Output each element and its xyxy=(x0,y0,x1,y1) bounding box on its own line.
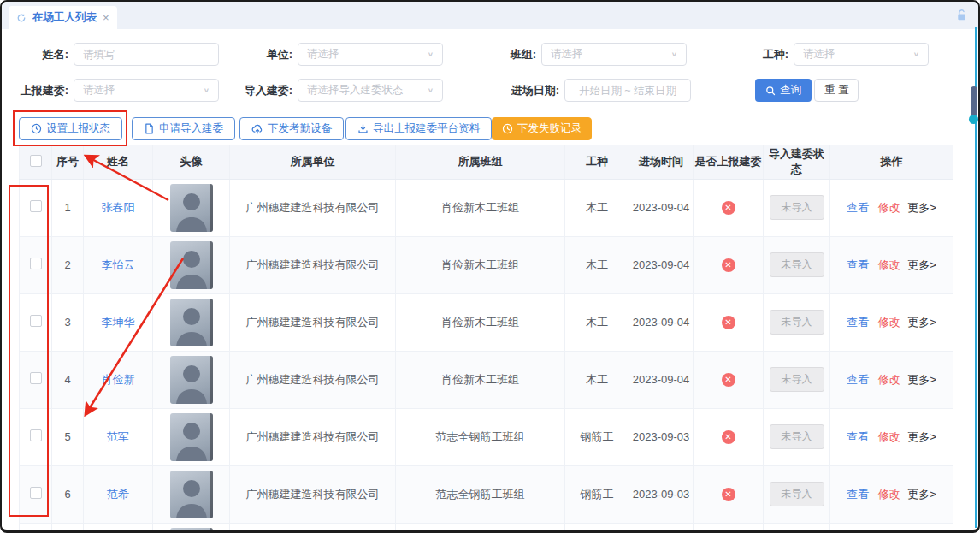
view-link[interactable]: 查看 xyxy=(847,316,869,329)
not-reported-icon: ✕ xyxy=(722,488,735,501)
row-checkbox[interactable] xyxy=(30,429,42,441)
row-index: 2 xyxy=(52,236,84,293)
worker-photo[interactable] xyxy=(170,241,213,289)
more-link[interactable]: 更多> xyxy=(907,201,936,214)
worker-photo[interactable] xyxy=(170,184,213,232)
table-header-row: 序号 姓名 头像 所属单位 所属班组 工种 进场时间 是否上报建委 导入建委状态… xyxy=(20,145,953,179)
row-entry-date xyxy=(629,523,694,533)
edit-link[interactable]: 修改 xyxy=(878,430,900,443)
header-avatar: 头像 xyxy=(153,145,230,179)
team-select[interactable]: 请选择 ∨ xyxy=(541,43,687,66)
worker-photo[interactable] xyxy=(170,471,213,518)
edit-link[interactable]: 修改 xyxy=(878,488,900,500)
more-link[interactable]: 更多> xyxy=(907,430,936,443)
row-entry-date: 2023-09-03 xyxy=(629,408,694,465)
tab-onsite-worker-list[interactable]: 在场工人列表 × xyxy=(9,6,117,29)
view-link[interactable]: 查看 xyxy=(847,430,869,443)
not-imported-button[interactable]: 未导入 xyxy=(770,424,824,449)
unlock-icon[interactable] xyxy=(955,9,968,21)
more-link[interactable]: 更多> xyxy=(907,373,936,386)
more-link[interactable]: 更多> xyxy=(907,316,936,329)
worker-photo[interactable] xyxy=(170,299,213,346)
worktype-select[interactable]: 请选择 ∨ xyxy=(794,43,929,66)
more-link[interactable]: 更多> xyxy=(907,258,936,271)
refresh-icon[interactable] xyxy=(16,13,27,23)
edit-link[interactable]: 修改 xyxy=(878,258,900,271)
header-index: 序号 xyxy=(52,145,84,179)
worker-name-link[interactable]: 范军 xyxy=(107,430,129,443)
row-import-status-cell: 未导入 xyxy=(764,408,830,465)
row-team: 肖俭新木工班组 xyxy=(396,236,565,293)
edit-link[interactable]: 修改 xyxy=(878,201,900,214)
chevron-down-icon: ∨ xyxy=(913,50,919,58)
name-input-field[interactable] xyxy=(83,49,210,61)
row-checkbox[interactable] xyxy=(30,372,42,384)
row-reported-cell: ✕ xyxy=(694,523,764,533)
header-team: 所属班组 xyxy=(396,145,565,179)
row-select-cell xyxy=(20,179,52,236)
person-silhouette-icon xyxy=(170,413,213,461)
toolbar-button-label: 下发失败记录 xyxy=(517,121,582,136)
edit-link[interactable]: 修改 xyxy=(878,316,900,329)
row-actions-cell: 查看 修改 更多> xyxy=(830,351,953,408)
worker-photo[interactable] xyxy=(170,528,213,533)
row-actions-cell: 查看 修改 更多> xyxy=(830,465,953,523)
worker-name-link[interactable]: 肖俭新 xyxy=(102,373,135,386)
view-link[interactable]: 查看 xyxy=(847,488,869,500)
row-team: 肖俭新木工班组 xyxy=(396,351,565,408)
row-import-status-cell: 未导入 xyxy=(764,351,830,408)
not-imported-button[interactable]: 未导入 xyxy=(770,195,824,220)
not-imported-button[interactable]: 未导入 xyxy=(770,367,824,392)
table-row: 1 张春阳 广州穗建建造科技有限公司 肖俭新木工班组 木工 2023-09-04… xyxy=(20,179,953,236)
tab-bar: 在场工人列表 × xyxy=(2,2,978,29)
row-checkbox[interactable] xyxy=(30,258,42,269)
search-button[interactable]: 查询 xyxy=(755,79,812,102)
date-range-input[interactable] xyxy=(564,79,691,102)
unit-select[interactable]: 请选择 ∨ xyxy=(298,43,443,66)
worker-name-link[interactable]: 李怡云 xyxy=(102,258,135,271)
more-link[interactable]: 更多> xyxy=(907,488,936,500)
not-imported-button[interactable]: 未导入 xyxy=(770,252,824,277)
row-import-status-cell: 未导入 xyxy=(764,465,830,523)
apply-import-button[interactable]: 申请导入建委 xyxy=(132,117,235,140)
export-report-data-button[interactable]: 导出上报建委平台资料 xyxy=(345,117,492,140)
set-report-status-button[interactable]: 设置上报状态 xyxy=(19,117,122,140)
worker-photo[interactable] xyxy=(170,413,213,461)
row-team: 肖俭新木工班组 xyxy=(396,293,565,351)
row-checkbox[interactable] xyxy=(30,315,42,327)
worker-name-link[interactable]: 张春阳 xyxy=(102,201,135,214)
push-failure-records-button[interactable]: 下发失败记录 xyxy=(492,117,592,140)
row-reported-cell: ✕ xyxy=(694,465,764,523)
row-select-cell xyxy=(20,523,52,533)
row-team: 范志全钢筋工班组 xyxy=(396,465,565,523)
row-avatar-cell xyxy=(153,179,230,236)
select-all-checkbox[interactable] xyxy=(30,155,42,167)
worker-name-link[interactable]: 范希 xyxy=(107,488,129,500)
row-worktype: 钢筋工 xyxy=(565,408,629,465)
row-entry-date: 2023-09-04 xyxy=(629,351,694,408)
table-row: 2 李怡云 广州穗建建造科技有限公司 肖俭新木工班组 木工 2023-09-04… xyxy=(20,236,953,293)
worker-photo[interactable] xyxy=(170,356,213,404)
reset-button[interactable]: 重 置 xyxy=(814,79,859,102)
date-range-field[interactable] xyxy=(574,85,682,97)
not-imported-button[interactable]: 未导入 xyxy=(770,310,824,335)
scrollbar-handle[interactable] xyxy=(969,115,978,124)
name-input[interactable] xyxy=(74,43,219,66)
row-actions-cell: 查看 修改 更多> xyxy=(830,408,953,465)
tab-title: 在场工人列表 xyxy=(32,10,97,25)
row-worktype: 钢筋工 xyxy=(565,465,629,523)
edit-link[interactable]: 修改 xyxy=(878,373,900,386)
push-attendance-device-button[interactable]: 下发考勤设备 xyxy=(239,117,344,140)
view-link[interactable]: 查看 xyxy=(847,373,869,386)
row-checkbox[interactable] xyxy=(30,487,42,499)
not-imported-button[interactable]: 未导入 xyxy=(770,482,824,506)
worker-name-link[interactable]: 李坤华 xyxy=(102,316,135,329)
view-link[interactable]: 查看 xyxy=(847,201,869,214)
row-company xyxy=(230,523,396,533)
import-select[interactable]: 请选择导入建委状态 ∨ xyxy=(298,79,443,102)
view-link[interactable]: 查看 xyxy=(847,258,869,271)
report-select[interactable]: 请选择 ∨ xyxy=(74,79,219,102)
row-checkbox[interactable] xyxy=(30,200,42,212)
table-body: 1 张春阳 广州穗建建造科技有限公司 肖俭新木工班组 木工 2023-09-04… xyxy=(20,179,953,533)
tab-close-icon[interactable]: × xyxy=(103,11,109,24)
